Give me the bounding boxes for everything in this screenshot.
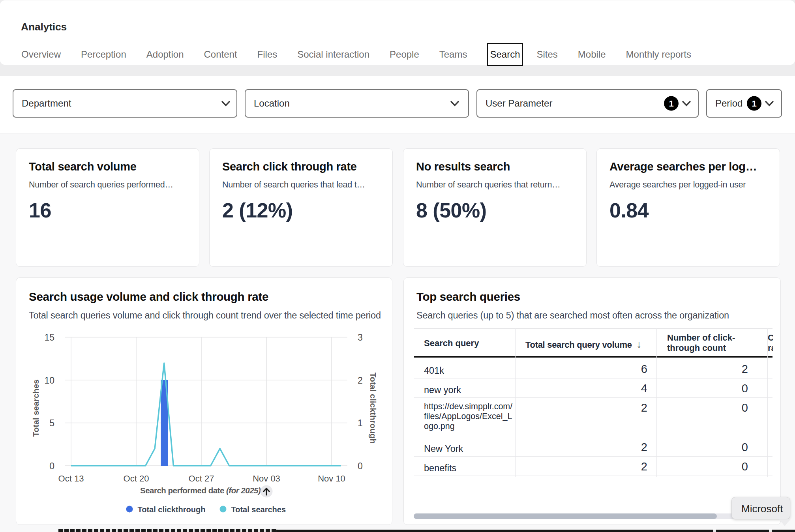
svg-text:Total searches: Total searches	[31, 379, 40, 437]
svg-text:2: 2	[358, 375, 363, 386]
svg-text:1: 1	[358, 418, 363, 428]
svg-text:Nov 03: Nov 03	[253, 474, 280, 483]
svg-text:3: 3	[358, 332, 363, 343]
svg-text:Oct 13: Oct 13	[58, 474, 84, 483]
svg-text:Total clickthrough: Total clickthrough	[138, 505, 206, 514]
svg-text:0: 0	[358, 461, 363, 471]
svg-text:Search performed date (for 202: Search performed date (for 2025)	[140, 486, 261, 495]
svg-text:10: 10	[44, 375, 54, 386]
svg-text:Nov 10: Nov 10	[318, 474, 345, 483]
svg-text:15: 15	[44, 332, 54, 343]
svg-text:Oct 20: Oct 20	[124, 474, 149, 483]
svg-text:5: 5	[49, 418, 54, 428]
svg-text:Total clickthrough: Total clickthrough	[369, 373, 378, 444]
svg-text:Total searches: Total searches	[231, 505, 286, 514]
svg-text:0: 0	[49, 461, 54, 471]
svg-text:Oct 27: Oct 27	[189, 474, 214, 483]
